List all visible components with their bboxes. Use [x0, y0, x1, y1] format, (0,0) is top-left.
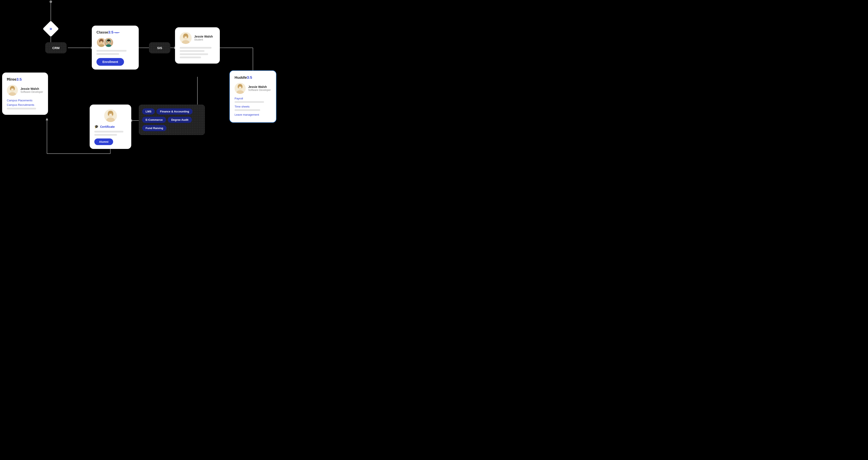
skeleton-2 [96, 53, 119, 55]
cert-label: 🎓 Certificate [94, 125, 127, 129]
svg-point-46 [112, 112, 113, 116]
skeleton-s3 [180, 53, 208, 55]
huddle-person-info: Jessie Walsh Software Developer [235, 83, 271, 94]
huddle-name: Jessie Walsh [248, 85, 271, 89]
alumni-button[interactable]: Alumni [94, 138, 113, 145]
svg-point-42 [106, 118, 115, 122]
degree-audit-badge[interactable]: Degree Audit [168, 117, 192, 123]
classe-logo: Classe3:5 [96, 30, 134, 35]
timesheets-item: Time sheets [235, 105, 271, 111]
leave-item: Leave management [235, 113, 271, 116]
smile-decoration [114, 31, 120, 33]
skeleton-s4 [180, 57, 201, 58]
chevron-icon: » [50, 26, 52, 32]
cert-skeleton-1 [94, 131, 123, 132]
avatar-male [104, 38, 114, 47]
jessie-student-card: Jessie Walsh Student [175, 27, 220, 64]
svg-point-39 [10, 87, 11, 90]
timesheets-link[interactable]: Time sheets [235, 105, 271, 108]
skeleton-s2 [180, 50, 205, 52]
payroll-link[interactable]: Payroll [235, 97, 271, 100]
svg-point-23 [99, 40, 100, 42]
huddle-card: Huddle3:5 Jessie Walsh Software Develope… [229, 70, 276, 123]
campus-placements-link[interactable]: Campus Placements [7, 99, 43, 102]
svg-point-26 [106, 44, 112, 47]
main-canvas: » CRM Classe3:5 [0, 0, 868, 460]
crm-label: CRM [52, 46, 60, 50]
huddle-role: Software Developer [248, 89, 271, 92]
badge-row-2: E-Commerce Degree Audit [142, 117, 192, 123]
fundraising-badge[interactable]: Fund Raising [142, 125, 166, 131]
huddle-avatar [235, 83, 246, 94]
cert-skeleton-2 [94, 134, 117, 136]
sis-label: SIS [157, 46, 162, 50]
skeleton-1 [96, 50, 127, 52]
badge-row-1: LMS Finance & Accounting [142, 108, 192, 114]
svg-point-40 [13, 87, 15, 90]
enrollment-button[interactable]: Enrollment [96, 58, 124, 66]
svg-point-30 [182, 40, 189, 44]
hiree-person-info: Jessie Walsh Software Developer [7, 85, 43, 96]
payroll-skeleton [235, 101, 264, 103]
hiree-role: Software Developer [21, 91, 43, 94]
campus-recruitments-link[interactable]: Campus Recruitments [7, 103, 43, 106]
svg-point-24 [102, 40, 103, 42]
crm-box: CRM [45, 42, 67, 53]
timesheets-skeleton [235, 109, 260, 111]
student-role: Student [194, 38, 213, 41]
hiree-card: Ħiree3:5 Jessie Walsh Software Developer… [2, 72, 48, 115]
classe-card: Classe3:5 [92, 26, 139, 70]
badge-row-3: Fund Raising [142, 125, 166, 131]
skeleton-s1 [180, 47, 212, 48]
hiree-avatar [7, 85, 18, 96]
svg-point-45 [108, 112, 109, 116]
hiree-name: Jessie Walsh [21, 87, 43, 91]
lms-badge[interactable]: LMS [142, 108, 155, 114]
svg-point-1 [50, 0, 52, 3]
diamond-node: » [45, 23, 57, 35]
cert-card: 🎓 Certificate Alumni [90, 104, 131, 149]
svg-marker-15 [46, 118, 48, 120]
middle-badges-box: LMS Finance & Accounting E-Commerce Degr… [139, 104, 205, 135]
svg-point-51 [238, 85, 239, 88]
student-info: Jessie Walsh Student [180, 32, 215, 44]
svg-point-34 [187, 35, 188, 38]
cert-avatar [104, 109, 117, 122]
leave-link[interactable]: Leave management [235, 113, 271, 116]
svg-point-28 [107, 39, 110, 41]
hiree-skeleton [7, 108, 36, 109]
svg-point-36 [9, 92, 16, 96]
ecommerce-badge[interactable]: E-Commerce [142, 117, 166, 123]
svg-marker-18 [252, 45, 254, 47]
sis-box: SIS [149, 42, 170, 53]
huddle-logo: Huddle3:5 [235, 75, 271, 80]
payroll-item: Payroll [235, 97, 271, 103]
student-avatar [180, 32, 192, 44]
svg-point-52 [241, 85, 243, 88]
svg-point-33 [183, 35, 185, 38]
svg-point-20 [99, 44, 104, 47]
hiree-logo: Ħiree3:5 [7, 77, 43, 82]
student-name: Jessie Walsh [194, 35, 213, 38]
svg-point-48 [237, 90, 244, 94]
classe-avatars [96, 38, 134, 47]
finance-accounting-badge[interactable]: Finance & Accounting [156, 108, 192, 114]
